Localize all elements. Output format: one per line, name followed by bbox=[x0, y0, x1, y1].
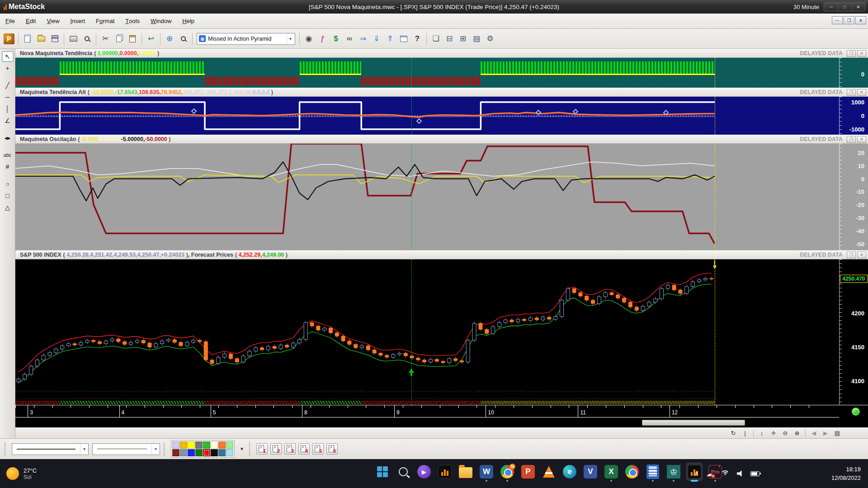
layout-button-5[interactable]: ↗5 bbox=[312, 443, 324, 455]
color-swatch[interactable] bbox=[172, 449, 179, 456]
onedrive-icon[interactable]: ☁✕ bbox=[706, 469, 713, 478]
refresh-button[interactable]: ↻ bbox=[728, 429, 739, 438]
tile-horizontal-button[interactable]: ⊟ bbox=[443, 33, 456, 45]
ellipse-tool[interactable]: ○ bbox=[2, 178, 14, 189]
volume-icon[interactable] bbox=[737, 470, 743, 477]
paste-button[interactable] bbox=[126, 33, 139, 45]
forecaster-button[interactable]: ⇒ bbox=[357, 33, 369, 45]
panel-oscilacao-plot[interactable]: 20100-10-20-30-40-50 bbox=[15, 144, 868, 250]
taskbar-start[interactable] bbox=[374, 463, 391, 481]
color-swatch[interactable] bbox=[188, 449, 195, 456]
line-style-select[interactable]: ▾ bbox=[12, 443, 89, 455]
help-pointer-button[interactable]: ? bbox=[411, 33, 424, 45]
pointer-tool[interactable]: ↖ bbox=[2, 51, 14, 62]
uploader-button[interactable]: ⇑ bbox=[384, 33, 396, 45]
menu-edit[interactable]: Edit bbox=[20, 14, 41, 28]
pan-button[interactable]: ✛ bbox=[768, 429, 779, 438]
color-swatch[interactable] bbox=[226, 441, 233, 449]
indicator-builder-button[interactable]: ƒ bbox=[316, 33, 329, 45]
mdi-close-icon[interactable]: ✕ bbox=[855, 16, 866, 24]
color-swatch[interactable] bbox=[188, 441, 195, 449]
taskbar-vlc[interactable] bbox=[541, 463, 557, 481]
close-icon[interactable]: ✕ bbox=[851, 3, 865, 11]
vertical-scale-button[interactable]: ↕ bbox=[756, 429, 767, 438]
layout-button-1[interactable]: ↗1 bbox=[256, 443, 268, 455]
menu-help[interactable]: Help bbox=[177, 14, 200, 28]
preview-button[interactable] bbox=[397, 33, 410, 45]
taskbar-visio[interactable]: V bbox=[582, 463, 599, 481]
date-axis[interactable]: ☺ 34589101112 bbox=[15, 405, 868, 418]
color-swatch[interactable] bbox=[211, 441, 218, 449]
taskbar-clipchamp[interactable]: ▶ bbox=[416, 463, 432, 481]
taskbar-metastock-icon[interactable] bbox=[437, 463, 453, 481]
copy-button[interactable] bbox=[113, 33, 125, 45]
menu-window[interactable]: Window bbox=[145, 14, 177, 28]
zoom-out-button[interactable]: ⊖ bbox=[780, 429, 791, 438]
panel-oscilacao-header[interactable]: Maquineta Oscilação( -0.000, 4.19436, -5… bbox=[15, 135, 868, 144]
panel-close-icon[interactable]: ✕ bbox=[857, 252, 866, 258]
text-tool[interactable]: abc bbox=[2, 150, 14, 160]
new-chart-button[interactable] bbox=[21, 33, 34, 45]
panel-close-icon[interactable]: ✕ bbox=[857, 89, 866, 96]
panel-close-icon[interactable]: ✕ bbox=[857, 50, 866, 57]
color-swatch[interactable] bbox=[218, 441, 226, 449]
panel-restore-icon[interactable]: ❐ bbox=[847, 89, 856, 96]
taskbar-file-explorer[interactable] bbox=[458, 463, 474, 481]
horizontal-line-tool[interactable]: ─ bbox=[2, 92, 14, 103]
power-console-button[interactable]: ◉ bbox=[302, 33, 315, 45]
panel-restore-icon[interactable]: ❐ bbox=[847, 252, 856, 258]
mdi-restore-icon[interactable]: ❐ bbox=[844, 16, 854, 24]
triangle-tool[interactable]: △ bbox=[2, 202, 14, 213]
taskbar-search[interactable] bbox=[395, 463, 411, 481]
color-swatch[interactable] bbox=[180, 449, 187, 456]
clock[interactable]: 18:19 12/08/2022 bbox=[831, 459, 861, 488]
mdi-minimize-icon[interactable]: ─ bbox=[832, 16, 843, 24]
chevron-down-icon[interactable]: ▾ bbox=[80, 444, 88, 454]
chevron-down-icon[interactable]: ▾ bbox=[287, 34, 294, 44]
layout-button-6[interactable]: ↗6 bbox=[326, 443, 338, 455]
tile-vertical-button[interactable]: ⊞ bbox=[457, 33, 469, 45]
layout-button-2[interactable]: ↗2 bbox=[270, 443, 282, 455]
crosshair-button[interactable]: ⊕ bbox=[163, 33, 176, 45]
save-button[interactable] bbox=[48, 33, 61, 45]
line-weight-select[interactable]: ▾ bbox=[92, 443, 160, 455]
layout-button-4[interactable]: ↗4 bbox=[298, 443, 310, 455]
chart-scrollbar-thumb[interactable] bbox=[642, 420, 745, 426]
taskbar-word[interactable]: W bbox=[478, 463, 495, 481]
palette-dropdown-icon[interactable]: ▼ bbox=[238, 441, 245, 457]
taskbar-calculator[interactable] bbox=[645, 463, 661, 481]
taskbar-chrome[interactable]: N bbox=[499, 463, 515, 481]
wifi-icon[interactable] bbox=[721, 470, 730, 477]
maximize-icon[interactable]: □ bbox=[838, 3, 851, 11]
page-right-button[interactable]: ▶ bbox=[820, 429, 831, 438]
taskbar-chrome-2[interactable] bbox=[624, 463, 640, 481]
undo-button[interactable]: ↩ bbox=[145, 33, 157, 45]
angle-tool[interactable]: ∠ bbox=[2, 115, 14, 126]
color-swatch[interactable] bbox=[195, 441, 203, 449]
menu-tools[interactable]: Tools bbox=[120, 14, 145, 28]
trendline-tool[interactable]: ╱ bbox=[2, 80, 14, 91]
weather-widget[interactable]: 27°C Sol bbox=[0, 467, 37, 480]
downloader-button[interactable]: ⇓ bbox=[370, 33, 383, 45]
options-button[interactable]: ⚙ bbox=[484, 33, 496, 45]
tray-chevron-icon[interactable]: ∧ bbox=[694, 469, 699, 478]
battery-icon[interactable] bbox=[750, 471, 760, 476]
scroll-tool[interactable]: ◂▸ bbox=[2, 132, 14, 143]
panel-close-icon[interactable]: ✕ bbox=[857, 136, 866, 143]
taskbar-edge[interactable]: e bbox=[561, 463, 578, 481]
menu-format[interactable]: Format bbox=[90, 14, 120, 28]
menu-insert[interactable]: Insert bbox=[65, 14, 91, 28]
print-preview-button[interactable] bbox=[80, 33, 93, 45]
color-swatch[interactable] bbox=[203, 441, 210, 449]
menu-file[interactable]: File bbox=[0, 14, 20, 28]
panel-restore-icon[interactable]: ❐ bbox=[847, 50, 856, 57]
panel-tendencia-header[interactable]: Nova Maquineta Tendência( 1.00000, 0.000… bbox=[15, 49, 868, 58]
color-swatch[interactable] bbox=[218, 449, 226, 456]
cut-button[interactable]: ✂ bbox=[99, 33, 112, 45]
panel-price-plot[interactable]: ▼ 4200415041004250.470 bbox=[15, 259, 868, 405]
color-swatch[interactable] bbox=[211, 449, 218, 456]
bar-interval-button[interactable]: | bbox=[740, 429, 750, 438]
grid-tool[interactable]: # bbox=[2, 161, 14, 172]
panel-price-header[interactable]: S&P 500 INDEX( 4,250.28, 4,251.42, 4,249… bbox=[15, 250, 868, 259]
explorer-button[interactable]: ∞ bbox=[343, 33, 356, 45]
